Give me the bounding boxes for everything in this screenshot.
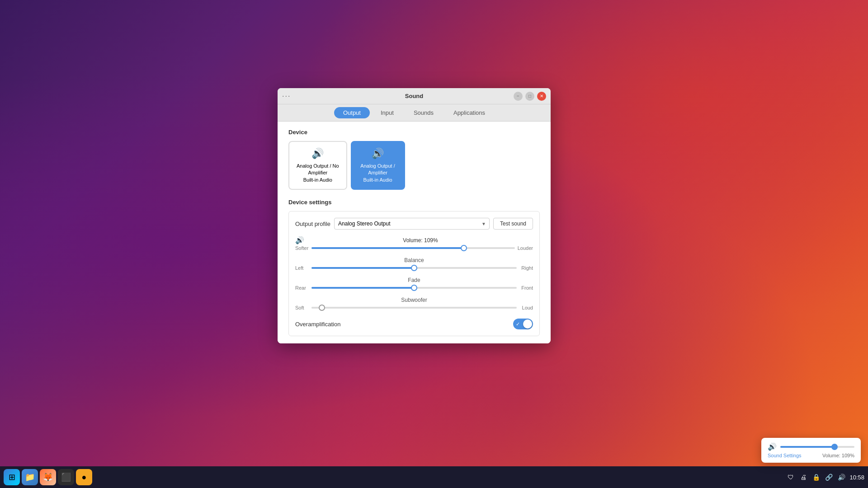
fade-slider-container: Rear Front (295, 285, 533, 291)
print-icon[interactable]: 🖨 (799, 473, 808, 482)
device-settings-title: Device settings (288, 199, 540, 206)
tabs-bar: Output Input Sounds Applications (278, 104, 551, 122)
device-grid: 🔊 Analog Output / No Amplifier Built-in … (288, 141, 540, 190)
volume-popup-label: Volume: 109% (822, 453, 854, 458)
volume-popup-labels: Sound Settings Volume: 109% (768, 453, 854, 458)
subwoofer-slider-thumb[interactable] (319, 305, 325, 311)
balance-slider-thumb[interactable] (411, 265, 417, 271)
device-icon-1: 🔊 (310, 147, 326, 160)
device-icon-2: 🔊 (370, 147, 386, 160)
window-content: Device 🔊 Analog Output / No Amplifier Bu… (278, 122, 551, 343)
subwoofer-slider-track[interactable] (311, 307, 517, 309)
loud-label: Loud (519, 305, 533, 310)
fade-slider-fill (311, 287, 414, 289)
lock-icon[interactable]: 🔒 (811, 473, 821, 482)
device-name-2: Analog Output / Amplifier Built-in Audio (360, 163, 395, 183)
volume-speaker-icon: 🔊 (295, 236, 304, 244)
test-sound-button[interactable]: Test sound (493, 218, 533, 230)
volume-popup-row: 🔊 (768, 442, 854, 451)
speaker-icon-1: 🔊 (311, 148, 324, 160)
left-label: Left (295, 265, 309, 271)
volume-popup: 🔊 Sound Settings Volume: 109% (761, 438, 861, 463)
overamplification-toggle[interactable] (513, 319, 533, 329)
rear-label: Rear (295, 285, 309, 291)
balance-slider-fill (311, 267, 414, 269)
sound-settings-window: ··· Sound − □ ✕ Output Input Sounds Appl… (278, 88, 551, 343)
volume-popup-track[interactable] (780, 446, 854, 448)
taskbar-apps-icon[interactable]: ⊞ (4, 469, 20, 485)
volume-popup-icon: 🔊 (768, 442, 777, 451)
tab-sounds[interactable]: Sounds (405, 107, 443, 118)
taskbar-files-icon[interactable]: 📁 (22, 469, 38, 485)
balance-row: Balance Left Right (295, 257, 533, 271)
taskbar: ⊞ 📁 🦊 ⬛ ● 🛡 🖨 🔒 🔗 🔊 10:58 (0, 466, 868, 488)
overamplification-label: Overamplification (295, 321, 340, 328)
volume-slider-container: Softer Louder (295, 245, 533, 251)
volume-label: Volume: 109% (308, 237, 533, 244)
link-icon[interactable]: 🔗 (824, 473, 833, 482)
louder-label: Louder (518, 245, 533, 251)
titlebar: ··· Sound − □ ✕ (278, 88, 551, 104)
subwoofer-slider-container: Soft Loud (295, 305, 533, 310)
close-button[interactable]: ✕ (537, 92, 546, 101)
device-settings-section: Output profile Analog Stereo Output Anal… (288, 211, 540, 336)
shield-icon[interactable]: 🛡 (786, 473, 795, 482)
taskbar-terminal-icon[interactable]: ⬛ (58, 469, 74, 485)
subwoofer-label: Subwoofer (295, 297, 533, 303)
balance-slider-container: Left Right (295, 265, 533, 271)
fade-slider-track[interactable] (311, 287, 517, 289)
balance-label: Balance (295, 257, 533, 263)
window-title: Sound (405, 93, 423, 99)
taskbar-orange-icon[interactable]: ● (76, 469, 92, 485)
volume-popup-thumb[interactable] (831, 444, 838, 450)
soft-label: Soft (295, 305, 309, 310)
tray-time: 10:58 (849, 474, 864, 481)
volume-tray-icon[interactable]: 🔊 (837, 473, 846, 482)
maximize-button[interactable]: □ (525, 92, 534, 101)
fade-label: Fade (295, 277, 533, 283)
device-name-1: Analog Output / No Amplifier Built-in Au… (297, 163, 339, 183)
volume-slider-thumb[interactable] (461, 245, 467, 251)
taskbar-firefox-icon[interactable]: 🦊 (40, 469, 56, 485)
device-card-no-amplifier[interactable]: 🔊 Analog Output / No Amplifier Built-in … (288, 141, 347, 190)
front-label: Front (519, 285, 533, 291)
speaker-icon-2: 🔊 (372, 148, 384, 160)
tab-output[interactable]: Output (334, 107, 370, 118)
titlebar-controls: − □ ✕ (514, 92, 546, 101)
output-profile-select[interactable]: Analog Stereo Output Analog Stereo Duple… (334, 218, 490, 230)
volume-row: 🔊 Volume: 109% Softer Louder (295, 236, 533, 251)
sound-settings-link[interactable]: Sound Settings (768, 453, 802, 458)
overamplification-row: Overamplification (295, 317, 533, 329)
balance-slider-track[interactable] (311, 267, 517, 269)
minimize-button[interactable]: − (514, 92, 523, 101)
device-card-amplifier[interactable]: 🔊 Analog Output / Amplifier Built-in Aud… (351, 141, 405, 190)
device-section-title: Device (288, 129, 540, 136)
volume-slider-track[interactable] (311, 247, 515, 249)
output-profile-select-wrapper[interactable]: Analog Stereo Output Analog Stereo Duple… (334, 218, 490, 230)
fade-row: Fade Rear Front (295, 277, 533, 291)
tab-input[interactable]: Input (372, 107, 403, 118)
volume-slider-fill (311, 247, 464, 249)
volume-popup-fill (780, 446, 835, 448)
output-profile-label: Output profile (295, 221, 330, 227)
window-menu-dots[interactable]: ··· (282, 92, 291, 100)
tab-applications[interactable]: Applications (444, 107, 494, 118)
subwoofer-row: Subwoofer Soft Loud (295, 297, 533, 310)
softer-label: Softer (295, 245, 309, 251)
output-profile-row: Output profile Analog Stereo Output Anal… (295, 218, 533, 230)
fade-slider-thumb[interactable] (411, 285, 417, 291)
taskbar-tray: 🛡 🖨 🔒 🔗 🔊 10:58 (786, 473, 864, 482)
toggle-knob (523, 319, 532, 328)
volume-header: 🔊 Volume: 109% (295, 236, 533, 244)
right-label: Right (519, 265, 533, 271)
